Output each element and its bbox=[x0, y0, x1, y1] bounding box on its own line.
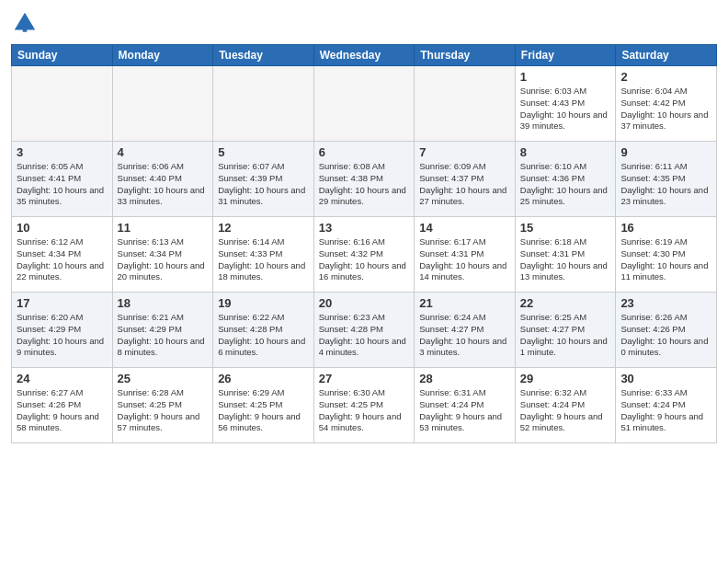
day-number: 10 bbox=[17, 221, 108, 235]
day-number: 20 bbox=[319, 296, 410, 310]
day-number: 1 bbox=[520, 70, 611, 84]
weekday-header-friday: Friday bbox=[515, 45, 616, 66]
day-info: Sunrise: 6:19 AM Sunset: 4:30 PM Dayligh… bbox=[620, 236, 711, 283]
day-number: 12 bbox=[218, 221, 309, 235]
weekday-header-wednesday: Wednesday bbox=[313, 45, 415, 66]
calendar-cell: 18Sunrise: 6:21 AM Sunset: 4:29 PM Dayli… bbox=[112, 293, 213, 368]
day-number: 5 bbox=[218, 145, 309, 159]
day-number: 17 bbox=[17, 296, 108, 310]
day-info: Sunrise: 6:25 AM Sunset: 4:27 PM Dayligh… bbox=[520, 312, 611, 359]
calendar-cell: 20Sunrise: 6:23 AM Sunset: 4:28 PM Dayli… bbox=[313, 293, 415, 368]
day-info: Sunrise: 6:22 AM Sunset: 4:28 PM Dayligh… bbox=[218, 312, 309, 359]
day-info: Sunrise: 6:11 AM Sunset: 4:35 PM Dayligh… bbox=[620, 161, 711, 208]
day-info: Sunrise: 6:31 AM Sunset: 4:24 PM Dayligh… bbox=[419, 387, 510, 434]
day-info: Sunrise: 6:27 AM Sunset: 4:26 PM Dayligh… bbox=[17, 387, 108, 434]
day-number: 6 bbox=[319, 145, 410, 159]
calendar-cell: 26Sunrise: 6:29 AM Sunset: 4:25 PM Dayli… bbox=[213, 368, 314, 443]
week-row-3: 10Sunrise: 6:12 AM Sunset: 4:34 PM Dayli… bbox=[12, 217, 717, 293]
day-number: 25 bbox=[118, 372, 209, 385]
calendar-cell: 3Sunrise: 6:05 AM Sunset: 4:41 PM Daylig… bbox=[12, 142, 113, 217]
day-number: 8 bbox=[520, 145, 611, 159]
week-row-4: 17Sunrise: 6:20 AM Sunset: 4:29 PM Dayli… bbox=[12, 293, 717, 368]
weekday-header-saturday: Saturday bbox=[616, 45, 717, 66]
weekday-header-thursday: Thursday bbox=[415, 45, 516, 66]
day-number: 2 bbox=[620, 70, 711, 84]
day-number: 3 bbox=[17, 145, 108, 159]
day-info: Sunrise: 6:16 AM Sunset: 4:32 PM Dayligh… bbox=[319, 236, 410, 283]
calendar-cell: 7Sunrise: 6:09 AM Sunset: 4:37 PM Daylig… bbox=[415, 142, 516, 217]
day-number: 7 bbox=[419, 145, 510, 159]
day-number: 18 bbox=[118, 296, 209, 310]
calendar-cell: 10Sunrise: 6:12 AM Sunset: 4:34 PM Dayli… bbox=[12, 217, 113, 293]
day-info: Sunrise: 6:04 AM Sunset: 4:42 PM Dayligh… bbox=[620, 86, 711, 132]
day-number: 14 bbox=[419, 221, 510, 235]
day-number: 9 bbox=[620, 145, 711, 159]
weekday-header-sunday: Sunday bbox=[12, 45, 113, 66]
calendar-cell: 25Sunrise: 6:28 AM Sunset: 4:25 PM Dayli… bbox=[112, 368, 213, 443]
day-info: Sunrise: 6:06 AM Sunset: 4:40 PM Dayligh… bbox=[118, 161, 209, 208]
day-number: 30 bbox=[620, 372, 711, 385]
day-number: 21 bbox=[419, 296, 510, 310]
day-info: Sunrise: 6:12 AM Sunset: 4:34 PM Dayligh… bbox=[17, 236, 108, 283]
day-info: Sunrise: 6:07 AM Sunset: 4:39 PM Dayligh… bbox=[218, 161, 309, 208]
day-info: Sunrise: 6:14 AM Sunset: 4:33 PM Dayligh… bbox=[218, 236, 309, 283]
calendar-cell: 13Sunrise: 6:16 AM Sunset: 4:32 PM Dayli… bbox=[313, 217, 415, 293]
day-number: 26 bbox=[218, 372, 309, 385]
calendar-cell: 6Sunrise: 6:08 AM Sunset: 4:38 PM Daylig… bbox=[313, 142, 415, 217]
calendar-cell bbox=[313, 66, 415, 142]
calendar-cell: 17Sunrise: 6:20 AM Sunset: 4:29 PM Dayli… bbox=[12, 293, 113, 368]
day-info: Sunrise: 6:30 AM Sunset: 4:25 PM Dayligh… bbox=[319, 387, 410, 434]
day-number: 24 bbox=[17, 372, 108, 385]
calendar-cell: 28Sunrise: 6:31 AM Sunset: 4:24 PM Dayli… bbox=[415, 368, 516, 443]
calendar-cell: 9Sunrise: 6:11 AM Sunset: 4:35 PM Daylig… bbox=[616, 142, 717, 217]
calendar-cell: 30Sunrise: 6:33 AM Sunset: 4:24 PM Dayli… bbox=[616, 368, 717, 443]
weekday-header-row: SundayMondayTuesdayWednesdayThursdayFrid… bbox=[12, 45, 717, 66]
calendar-cell bbox=[12, 66, 113, 142]
calendar-cell: 4Sunrise: 6:06 AM Sunset: 4:40 PM Daylig… bbox=[112, 142, 213, 217]
calendar-cell: 16Sunrise: 6:19 AM Sunset: 4:30 PM Dayli… bbox=[616, 217, 717, 293]
weekday-header-tuesday: Tuesday bbox=[213, 45, 314, 66]
day-number: 23 bbox=[620, 296, 711, 310]
day-info: Sunrise: 6:03 AM Sunset: 4:43 PM Dayligh… bbox=[520, 86, 611, 132]
day-info: Sunrise: 6:23 AM Sunset: 4:28 PM Dayligh… bbox=[319, 312, 410, 359]
calendar-cell: 1Sunrise: 6:03 AM Sunset: 4:43 PM Daylig… bbox=[515, 66, 616, 142]
calendar-cell bbox=[112, 66, 213, 142]
calendar-cell: 22Sunrise: 6:25 AM Sunset: 4:27 PM Dayli… bbox=[515, 293, 616, 368]
calendar-cell: 14Sunrise: 6:17 AM Sunset: 4:31 PM Dayli… bbox=[415, 217, 516, 293]
day-info: Sunrise: 6:21 AM Sunset: 4:29 PM Dayligh… bbox=[118, 312, 209, 359]
svg-rect-1 bbox=[23, 27, 28, 32]
day-info: Sunrise: 6:08 AM Sunset: 4:38 PM Dayligh… bbox=[319, 161, 410, 208]
day-number: 27 bbox=[319, 372, 410, 385]
calendar-cell: 23Sunrise: 6:26 AM Sunset: 4:26 PM Dayli… bbox=[616, 293, 717, 368]
calendar-cell: 15Sunrise: 6:18 AM Sunset: 4:31 PM Dayli… bbox=[515, 217, 616, 293]
day-info: Sunrise: 6:33 AM Sunset: 4:24 PM Dayligh… bbox=[620, 387, 711, 434]
day-info: Sunrise: 6:09 AM Sunset: 4:37 PM Dayligh… bbox=[419, 161, 510, 208]
day-number: 22 bbox=[520, 296, 611, 310]
day-info: Sunrise: 6:13 AM Sunset: 4:34 PM Dayligh… bbox=[118, 236, 209, 283]
day-info: Sunrise: 6:26 AM Sunset: 4:26 PM Dayligh… bbox=[620, 312, 711, 359]
calendar-cell: 8Sunrise: 6:10 AM Sunset: 4:36 PM Daylig… bbox=[515, 142, 616, 217]
day-info: Sunrise: 6:17 AM Sunset: 4:31 PM Dayligh… bbox=[419, 236, 510, 283]
day-number: 4 bbox=[118, 145, 209, 159]
calendar-cell: 2Sunrise: 6:04 AM Sunset: 4:42 PM Daylig… bbox=[616, 66, 717, 142]
week-row-2: 3Sunrise: 6:05 AM Sunset: 4:41 PM Daylig… bbox=[12, 142, 717, 217]
calendar-cell: 11Sunrise: 6:13 AM Sunset: 4:34 PM Dayli… bbox=[112, 217, 213, 293]
calendar-cell: 24Sunrise: 6:27 AM Sunset: 4:26 PM Dayli… bbox=[12, 368, 113, 443]
day-number: 28 bbox=[419, 372, 510, 385]
day-info: Sunrise: 6:32 AM Sunset: 4:24 PM Dayligh… bbox=[520, 387, 611, 434]
day-info: Sunrise: 6:28 AM Sunset: 4:25 PM Dayligh… bbox=[118, 387, 209, 434]
calendar: SundayMondayTuesdayWednesdayThursdayFrid… bbox=[11, 44, 717, 443]
calendar-cell bbox=[415, 66, 516, 142]
logo-icon bbox=[11, 9, 39, 37]
page: SundayMondayTuesdayWednesdayThursdayFrid… bbox=[0, 0, 728, 563]
day-number: 13 bbox=[319, 221, 410, 235]
header bbox=[11, 9, 717, 37]
day-info: Sunrise: 6:18 AM Sunset: 4:31 PM Dayligh… bbox=[520, 236, 611, 283]
day-info: Sunrise: 6:20 AM Sunset: 4:29 PM Dayligh… bbox=[17, 312, 108, 359]
day-info: Sunrise: 6:29 AM Sunset: 4:25 PM Dayligh… bbox=[218, 387, 309, 434]
week-row-1: 1Sunrise: 6:03 AM Sunset: 4:43 PM Daylig… bbox=[12, 66, 717, 142]
logo bbox=[11, 9, 42, 37]
day-number: 29 bbox=[520, 372, 611, 385]
calendar-cell: 12Sunrise: 6:14 AM Sunset: 4:33 PM Dayli… bbox=[213, 217, 314, 293]
day-info: Sunrise: 6:10 AM Sunset: 4:36 PM Dayligh… bbox=[520, 161, 611, 208]
